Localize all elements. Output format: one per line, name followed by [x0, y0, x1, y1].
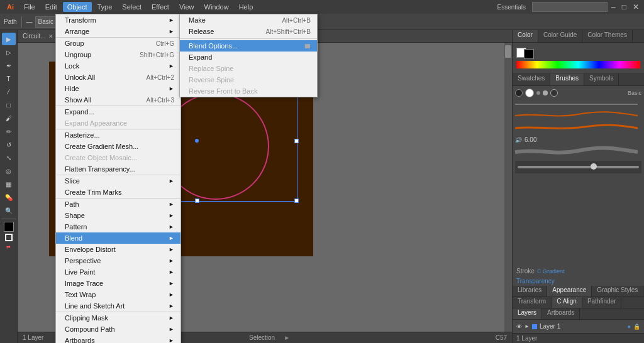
blend-tool[interactable]: ◎ [2, 165, 16, 177]
arrow-right-icon: ► [284, 334, 290, 341]
selection-tool[interactable]: ▶ [2, 33, 16, 45]
close-button[interactable]: ✕ [630, 3, 641, 11]
canvas-content[interactable] [18, 43, 512, 343]
zoom-tool[interactable]: 🔍 [2, 204, 16, 217]
brush-slider-thumb[interactable] [591, 163, 597, 170]
toolbar-separator-2 [69, 16, 70, 28]
styles-box[interactable] [155, 17, 167, 27]
rect-tool[interactable]: □ [2, 99, 16, 111]
brush-dot-3[interactable] [536, 91, 540, 95]
v-scrollbar-thumb[interactable] [505, 45, 511, 58]
brush-stroke-4[interactable] [515, 144, 641, 161]
brush-dot-2[interactable] [525, 89, 534, 97]
handle-bm[interactable] [195, 199, 199, 203]
menu-edit[interactable]: Edit [41, 2, 62, 12]
brush-stroke-2[interactable] [515, 110, 641, 122]
pencil-tool[interactable]: ✏ [2, 125, 16, 138]
fill-box[interactable] [4, 222, 14, 232]
layers-tab[interactable]: Layers [513, 308, 542, 319]
pathfinder-tab[interactable]: Pathfinder [582, 297, 622, 308]
tool-separator [2, 219, 16, 219]
handle-br[interactable] [294, 199, 299, 203]
layer-eye-icon[interactable]: 👁 [516, 324, 522, 330]
transparency-label[interactable]: Transparency [513, 276, 644, 286]
brush-stroke-1[interactable] [515, 100, 641, 110]
align-tab[interactable]: C Align [552, 297, 582, 308]
app-icon[interactable]: Ai [3, 2, 18, 12]
basic-label: Basic [560, 90, 641, 96]
minimize-button[interactable]: – [609, 3, 618, 11]
main-layout: ▶ ▷ ✒ T ∕ □ 🖌 ✏ ↺ ⤡ ◎ ▦ 💊 🔍 ⇄ Circuit...… [0, 30, 644, 343]
menu-select[interactable]: Select [118, 2, 146, 12]
canvas-tab-close[interactable]: ✕ [48, 33, 53, 40]
circle-object[interactable] [162, 93, 269, 200]
transform-tab[interactable]: Transform [513, 297, 552, 308]
gradient-label[interactable]: C Gradient [537, 268, 565, 275]
layer-visibility-toggle[interactable]: ● [628, 324, 631, 330]
stroke-style-select[interactable]: Basic [35, 16, 65, 28]
color-guide-tab[interactable]: Color Guide [538, 30, 582, 42]
appearance-tabs: Libraries Appearance Graphic Styles [513, 286, 644, 297]
menu-object[interactable]: Object [63, 2, 92, 12]
brush-stroke-3[interactable] [515, 122, 641, 135]
layer-1-row: 👁 ► Layer 1 ● 🔒 [516, 322, 640, 331]
menu-help[interactable]: Help [235, 2, 258, 12]
layer-color-swatch [532, 324, 537, 329]
color-panel-tabs: Color Color Guide Color Themes [513, 30, 644, 43]
stroke-row: Stroke C Gradient [513, 266, 644, 276]
handle-tl[interactable] [95, 78, 99, 82]
swap-icon[interactable]: ⇄ [4, 242, 13, 251]
menu-window[interactable]: Window [200, 2, 233, 12]
toolbar-separator-4 [171, 16, 172, 28]
handle-ml[interactable] [95, 139, 99, 143]
symbols-tab[interactable]: Symbols [584, 74, 619, 85]
brushes-tab[interactable]: Brushes [550, 74, 584, 85]
opacity-input[interactable] [99, 17, 125, 27]
layer-arrow-icon[interactable]: ► [525, 324, 530, 329]
brush-dot-4[interactable] [543, 90, 548, 95]
menu-file[interactable]: File [19, 2, 40, 12]
menu-view[interactable]: View [175, 2, 199, 12]
layers-tabs: Layers Artboards [513, 308, 644, 320]
paintbrush-tool[interactable]: 🖌 [2, 112, 16, 124]
type-tool[interactable]: T [2, 72, 16, 85]
layer-lock-icon[interactable]: 🔒 [633, 324, 640, 330]
handle-tm[interactable] [195, 78, 199, 82]
menu-type[interactable]: Type [93, 2, 117, 12]
graphic-styles-tab[interactable]: Graphic Styles [592, 286, 643, 297]
libraries-tab[interactable]: Libraries [513, 286, 547, 297]
canvas-tab-name: Circuit... [23, 33, 46, 40]
stroke-box[interactable] [5, 234, 13, 241]
layer-count-footer: 1 Layer [513, 333, 644, 343]
bg-color-box[interactable] [524, 49, 534, 59]
brush-dot-5[interactable] [550, 89, 558, 97]
brush-dot-1[interactable] [515, 89, 523, 97]
canvas-tab[interactable]: Circuit... ✕ [18, 30, 512, 43]
canvas-area: Circuit... ✕ [18, 30, 512, 343]
direct-selection-tool[interactable]: ▷ [2, 46, 16, 58]
artboards-tab[interactable]: Artboards [542, 308, 580, 319]
color-tab[interactable]: Color [513, 30, 538, 42]
menu-effect[interactable]: Effect [147, 2, 174, 12]
color-themes-tab[interactable]: Color Themes [582, 30, 633, 42]
v-scrollbar[interactable] [504, 43, 512, 332]
transform-btn[interactable]: Transform [176, 18, 204, 25]
search-input[interactable] [532, 2, 608, 12]
tool-label: Path [4, 18, 17, 25]
handle-tr[interactable] [294, 78, 299, 82]
maximize-button[interactable]: □ [619, 3, 629, 11]
color-spectrum[interactable] [516, 61, 640, 68]
brush-slider[interactable] [515, 161, 641, 173]
code-label: C57 [496, 334, 507, 341]
handle-bl[interactable] [95, 199, 99, 203]
color-boxes [516, 46, 640, 59]
pen-tool[interactable]: ✒ [2, 59, 16, 72]
gradient-tool[interactable]: ▦ [2, 178, 16, 190]
swatches-tab[interactable]: Swatches [513, 74, 550, 85]
handle-mr[interactable] [294, 139, 299, 143]
appearance-tab[interactable]: Appearance [547, 286, 592, 297]
scale-tool[interactable]: ⤡ [2, 151, 16, 164]
eyedropper-tool[interactable]: 💊 [2, 191, 16, 204]
rotate-tool[interactable]: ↺ [2, 138, 16, 151]
line-tool[interactable]: ∕ [2, 85, 16, 98]
